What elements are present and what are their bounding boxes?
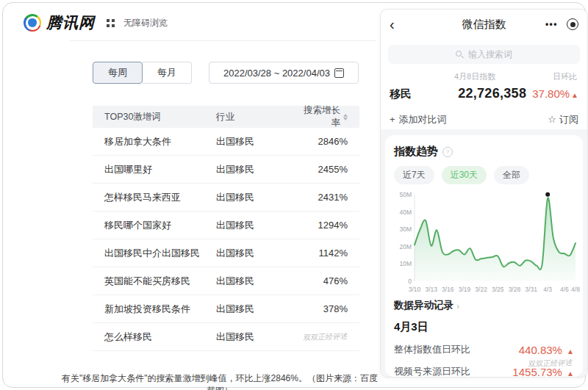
- mini-program-navbar: 微信指数 ‹ •••: [381, 10, 587, 39]
- plus-icon: +: [390, 114, 395, 125]
- period-segmented-control: 每周每月: [93, 62, 192, 84]
- trend-tab[interactable]: 全部: [494, 166, 529, 184]
- table-row: 移民哪个国家好出国移民1294%: [93, 212, 359, 239]
- keyword-cell: 移居加拿大条件: [93, 135, 216, 148]
- anomaly-label: 整体指数值日环比: [394, 343, 470, 356]
- index-value: 22,726,358: [458, 86, 526, 101]
- trend-card: 指数趋势 近7天近30天全部 010M20M30M40M50M3/103/133…: [385, 135, 583, 377]
- image-caption: 有关"移居加拿大条件"的搜索量激增到峰值，环比上涨2846%。（图片来源：百度截…: [62, 372, 378, 390]
- growth-cell: 476%: [297, 275, 359, 286]
- subscribe-button[interactable]: ☆订阅: [548, 113, 578, 126]
- table-row: 怎样移民马来西亚出国移民2431%: [93, 184, 359, 212]
- table-row: 英国能不能买房移民出国移民476%: [93, 267, 359, 295]
- svg-text:4/6: 4/6: [560, 286, 569, 293]
- accessibility-link[interactable]: 无障碍浏览: [123, 17, 168, 29]
- keyword-cell: 新加坡投资移民条件: [93, 303, 216, 316]
- date-range-picker[interactable]: 2022/03/28 ~ 2022/04/03: [209, 62, 359, 84]
- wechat-index-panel: 微信指数 ‹ ••• 输入搜索词 4月8日指数 日环比 移民 22,726,35…: [380, 9, 588, 378]
- chevron-right-icon[interactable]: ›: [456, 300, 459, 311]
- growth-cell: 378%: [297, 303, 359, 314]
- keyword-cell: 英国能不能买房移民: [93, 275, 216, 288]
- table-body: 移居加拿大条件出国移民2846%出国哪里好出国移民2455%怎样移民马来西亚出国…: [93, 128, 359, 351]
- svg-text:3/28: 3/28: [509, 286, 521, 293]
- table-row: 怎么样移民出国移民双双正经评述: [93, 323, 359, 351]
- watermark: 双双正经评述: [303, 331, 348, 342]
- svg-text:4/3: 4/3: [543, 286, 552, 293]
- table-header: TOP30激增词 行业 搜索增长率: [93, 106, 359, 128]
- svg-text:3/13: 3/13: [425, 286, 437, 293]
- anomaly-label: 视频号来源日环比: [394, 365, 470, 378]
- panel-body: 指数趋势 近7天近30天全部 010M20M30M40M50M3/103/133…: [381, 129, 587, 377]
- growth-cell: 双双正经评述: [297, 332, 359, 342]
- add-compare-button[interactable]: +添加对比词: [390, 113, 447, 126]
- growth-cell: 1294%: [297, 220, 359, 231]
- up-triangle-icon: ▲: [567, 369, 574, 378]
- tencent-news-logo-icon: [24, 14, 41, 32]
- filter-row: 每周每月 2022/03/28 ~ 2022/04/03: [93, 62, 359, 84]
- svg-text:10M: 10M: [399, 260, 412, 267]
- table-row: 新加坡投资移民条件出国移民378%: [93, 295, 359, 323]
- close-capsule-icon[interactable]: [567, 18, 578, 30]
- table-row: 出国哪里好出国移民2455%: [93, 156, 359, 184]
- index-date-label: 4月8日指数: [454, 71, 495, 82]
- date-range-value: 2022/03/28 ~ 2022/04/03: [223, 68, 330, 79]
- page-frame: 腾讯网 无障碍浏览 每周每月 2022/03/28 ~ 2022/04/03 T…: [2, 2, 586, 388]
- table-row: 移居加拿大条件出国移民2846%: [93, 128, 359, 156]
- svg-text:50M: 50M: [399, 191, 412, 198]
- index-keyword: 移民: [390, 87, 412, 101]
- anomaly-rows: 整体指数值日环比440.83% ▲视频号来源日环比1455.73% ▲双双正经评…: [394, 343, 574, 378]
- trend-chart: 010M20M30M40M50M3/103/133/163/193/223/25…: [394, 187, 583, 297]
- trend-tab[interactable]: 近30天: [442, 166, 487, 184]
- growth-cell: 2846%: [297, 136, 359, 147]
- industry-cell: 出国移民: [216, 275, 297, 288]
- anomaly-title: 数据异动记录: [394, 299, 453, 312]
- industry-cell: 出国移民: [216, 191, 297, 204]
- trend-range-tabs: 近7天近30天全部: [394, 166, 574, 184]
- up-triangle-icon: ▲: [567, 347, 574, 355]
- more-menu-icon[interactable]: •••: [545, 19, 558, 29]
- anomaly-row: 整体指数值日环比440.83% ▲: [394, 343, 574, 356]
- star-icon: ☆: [548, 114, 556, 125]
- svg-text:3/22: 3/22: [475, 286, 487, 293]
- period-tab[interactable]: 每周: [93, 62, 143, 84]
- col-growth[interactable]: 搜索增长率: [297, 104, 359, 129]
- industry-cell: 出国移民: [216, 247, 297, 260]
- search-icon: [456, 51, 464, 59]
- search-input[interactable]: 输入搜索词: [388, 45, 580, 64]
- period-tab[interactable]: 每月: [143, 62, 192, 84]
- industry-cell: 出国移民: [216, 303, 297, 316]
- svg-text:0: 0: [408, 278, 412, 285]
- header-divider: [69, 40, 376, 41]
- info-icon[interactable]: [442, 147, 453, 157]
- svg-text:40M: 40M: [399, 209, 412, 216]
- svg-text:3/10: 3/10: [409, 286, 421, 293]
- keyword-cell: 怎样移民马来西亚: [93, 191, 216, 204]
- industry-cell: 出国移民: [216, 135, 297, 148]
- trend-tab[interactable]: 近7天: [394, 166, 434, 184]
- svg-text:3/19: 3/19: [459, 286, 471, 293]
- anomaly-value: 440.83% ▲: [519, 344, 574, 356]
- grid-icon[interactable]: [107, 19, 115, 27]
- growth-cell: 2431%: [297, 192, 359, 203]
- brand-name: 腾讯网: [46, 12, 95, 33]
- up-triangle-icon: ▲: [571, 91, 578, 99]
- svg-text:3/31: 3/31: [525, 286, 537, 293]
- actions-row: +添加对比词 ☆订阅: [390, 113, 578, 126]
- keyword-cell: 移民哪个国家好: [93, 219, 216, 232]
- top30-table: TOP30激增词 行业 搜索增长率 移居加拿大条件出国移民2846%出国哪里好出…: [93, 106, 359, 351]
- index-change: 37.80%: [532, 87, 570, 100]
- industry-cell: 出国移民: [216, 219, 297, 232]
- svg-text:4/8: 4/8: [571, 286, 580, 293]
- watermark: 双双正经评述: [528, 358, 573, 369]
- site-header: 腾讯网 无障碍浏览: [24, 12, 168, 33]
- table-row: 出国移民中介出国移民出国移民1142%: [93, 239, 359, 267]
- keyword-cell: 出国哪里好: [93, 163, 216, 176]
- sort-icon[interactable]: [343, 114, 348, 120]
- industry-cell: 出国移民: [216, 163, 297, 176]
- dod-label: 日环比: [553, 71, 577, 82]
- trend-title: 指数趋势: [394, 145, 438, 159]
- growth-cell: 1142%: [297, 248, 359, 259]
- col-industry: 行业: [216, 111, 297, 123]
- svg-text:30M: 30M: [399, 225, 412, 233]
- index-header-row: 4月8日指数 日环比: [391, 71, 577, 82]
